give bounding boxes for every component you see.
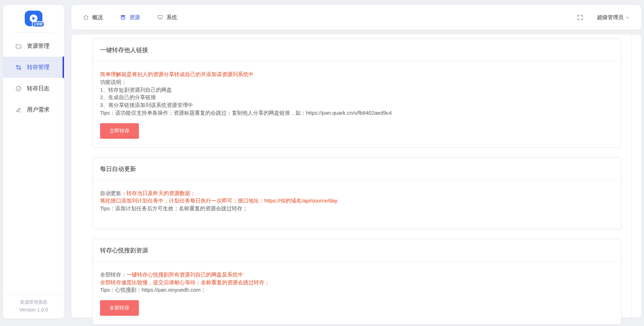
- description-line: 全部转存：一键转存心悦搜剧所有资源到自己的网盘及系统中: [100, 271, 614, 279]
- archive-box-icon: [120, 14, 126, 21]
- app-logo: CRM: [3, 5, 64, 26]
- sidebar-item-transfer-log[interactable]: 转存日志: [3, 78, 64, 99]
- line-highlight: 一键转存心悦搜剧所有资源到自己的网盘及系统中: [127, 271, 243, 278]
- system-name: 资源管理系统: [3, 299, 64, 305]
- card-one-key-transfer: 一键转存他人链接 简单理解就是将别人的资源分享转成自己的并添加该资源到系统中 功…: [93, 39, 621, 148]
- transfer-all-button[interactable]: 全部转存: [100, 300, 139, 316]
- tab-label: 系统: [166, 14, 177, 21]
- topbar: 概况 资源 系统 超级管理员: [71, 5, 641, 30]
- crm-logo-text: CRM: [32, 21, 45, 27]
- tab-system[interactable]: 系统: [157, 14, 177, 21]
- home-icon: [83, 14, 89, 21]
- description-line: 2、生成自己的分享链接: [100, 93, 614, 101]
- version-label: Version 1.0.0: [3, 307, 64, 313]
- topbar-right: 超级管理员: [577, 14, 630, 21]
- sidebar-item-user-requests[interactable]: 用户需求: [3, 99, 64, 120]
- sidebar-item-label: 用户需求: [27, 106, 49, 114]
- tab-label: 资源: [129, 14, 140, 21]
- fullscreen-icon[interactable]: [577, 14, 584, 21]
- card-body: 自动更新：转存当日及昨天的资源数据； 将此接口添加到计划任务中，计划任务每日执行…: [93, 180, 621, 229]
- card-title: 一键转存他人链接: [93, 39, 621, 61]
- topbar-tabs: 概况 资源 系统: [83, 14, 177, 21]
- folder-icon: [15, 43, 22, 50]
- chevron-down-icon: [625, 15, 630, 20]
- transfer-now-button[interactable]: 立即转存: [100, 123, 139, 139]
- board-icon: [157, 14, 163, 21]
- sidebar: CRM 资源管理 转存管理 转存日志 用户需求: [3, 5, 64, 319]
- pen-icon: [15, 107, 22, 113]
- card-body: 全部转存：一键转存心悦搜剧所有资源到自己的网盘及系统中 全部转存速度比较慢，提交…: [93, 262, 621, 324]
- tips-line: Tips：添加计划任务后方可生效；名称重复的资源会跳过转存；: [100, 205, 614, 212]
- card-xinyue-transfer: 转存心悦搜剧资源 全部转存：一键转存心悦搜剧所有资源到自己的网盘及系统中 全部转…: [93, 239, 621, 325]
- user-dropdown[interactable]: 超级管理员: [597, 14, 630, 21]
- sidebar-item-label: 转存管理: [27, 64, 49, 71]
- description-line: 1、转存短剧资源到自己的网盘: [100, 86, 614, 94]
- sidebar-item-transfer-management[interactable]: 转存管理: [3, 57, 64, 78]
- main-content: 一键转存他人链接 简单理解就是将别人的资源分享转成自己的并添加该资源到系统中 功…: [71, 34, 641, 318]
- description-line: 功能说明：: [100, 78, 614, 86]
- description-line: 将此接口添加到计划任务中，计划任务每日执行一次即可；接口地址：https://你…: [100, 197, 614, 205]
- sidebar-item-label: 资源管理: [27, 42, 49, 50]
- logo-divider: [14, 32, 53, 33]
- tab-resources[interactable]: 资源: [120, 14, 140, 21]
- crm-logo-icon: CRM: [25, 11, 42, 26]
- description-line: 简单理解就是将别人的资源分享转成自己的并添加该资源到系统中: [100, 70, 614, 78]
- card-body: 简单理解就是将别人的资源分享转成自己的并添加该资源到系统中 功能说明： 1、转存…: [93, 61, 621, 147]
- user-name: 超级管理员: [597, 14, 623, 21]
- card-title: 每日自动更新: [93, 158, 621, 180]
- line-label: 自动更新：: [100, 190, 127, 196]
- description-line: 3、将分享链接添加到该系统资源管理中: [100, 101, 614, 109]
- line-highlight: 转存当日及昨天的资源数据；: [127, 190, 195, 196]
- description-line: 全部转存速度比较慢，提交后请耐心等待；名称重复的资源会跳过转存；: [100, 279, 614, 286]
- tab-overview[interactable]: 概况: [83, 14, 103, 21]
- crop-icon: [15, 64, 22, 71]
- line-label: 全部转存：: [100, 271, 127, 278]
- sidebar-footer: 资源管理系统 Version 1.0.0: [3, 294, 64, 319]
- log-compass-icon: [15, 85, 22, 92]
- description-line: 自动更新：转存当日及昨天的资源数据；: [100, 189, 614, 197]
- card-daily-auto-update: 每日自动更新 自动更新：转存当日及昨天的资源数据； 将此接口添加到计划任务中，计…: [93, 158, 621, 229]
- card-title: 转存心悦搜剧资源: [93, 239, 621, 262]
- tips-line: Tips：该功能仅支持单条操作；资源标题重复的会跳过；复制他人分享的网盘链接，如…: [100, 109, 614, 117]
- tab-label: 概况: [92, 14, 103, 21]
- tips-line: Tips：心悦搜剧：https://pan.xinyuedh.com；: [100, 286, 614, 294]
- scrollbar-gutter: [631, 34, 632, 318]
- sidebar-item-resource-management[interactable]: 资源管理: [3, 35, 64, 57]
- sidebar-item-label: 转存日志: [27, 85, 49, 92]
- sidebar-menu: 资源管理 转存管理 转存日志 用户需求: [3, 35, 64, 120]
